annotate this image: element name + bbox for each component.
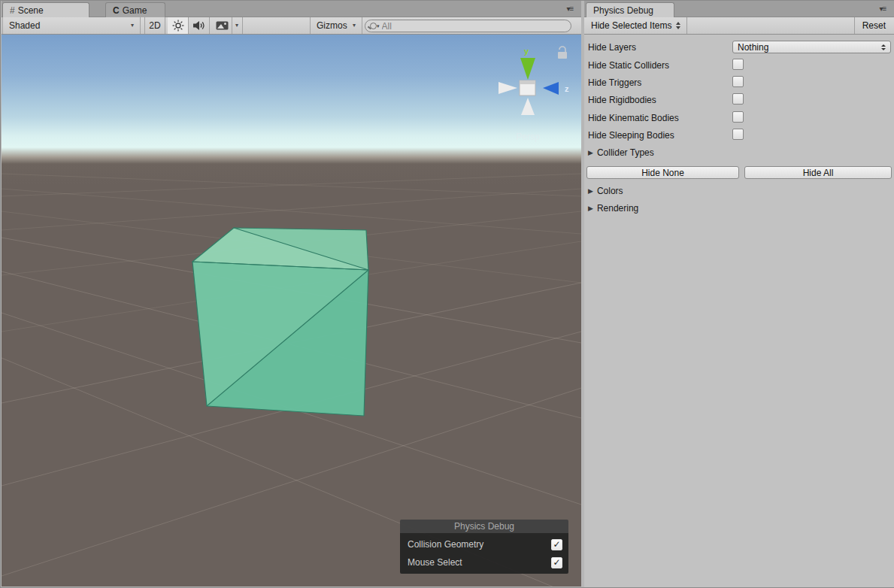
tab-scene[interactable]: # Scene [2,2,89,17]
speaker-icon [192,20,205,31]
rendering-label: Rendering [597,203,638,214]
lock-icon[interactable] [558,47,567,59]
collision-geometry-label: Collision Geometry [408,539,551,550]
gizmo-center-cube-top [520,80,535,84]
foldout-arrow-icon: ▶ [588,187,593,195]
scene-viewport[interactable]: y z Persp Physics Debug Coll [2,35,581,586]
hide-layers-value: Nothing [738,42,768,53]
axis-bottom-cone[interactable] [521,98,535,115]
search-input[interactable] [382,21,566,32]
hide-rigidbodies-label: Hide Rigidbodies [588,93,656,107]
axis-y-label: y [524,47,529,56]
hide-triggers-label: Hide Triggers [588,76,641,89]
hide-rigidbodies-checkbox[interactable] [732,93,744,105]
collider-types-label: Collider Types [597,147,654,158]
toggle-2d-button[interactable]: 2D [144,17,165,34]
overlay-title[interactable]: Physics Debug [400,520,568,533]
scene-panel: # Scene C Game ▾≡ Shaded ▾ 2D [2,1,581,587]
overlay-row-collision-geometry: Collision Geometry ✓ [400,535,568,553]
orientation-gizmo[interactable]: y z Persp [486,42,577,155]
search-field: ▾ [365,20,571,32]
hide-triggers-checkbox[interactable] [732,76,744,87]
search-filter-caret-icon: ▾ [377,23,380,29]
shading-mode-dropdown[interactable]: Shaded ▾ [2,17,141,34]
hide-layers-label: Hide Layers [588,41,636,54]
gizmos-label: Gizmos [317,20,347,31]
chevron-down-icon: ▾ [235,23,238,29]
overlay-row-mouse-select: Mouse Select ✓ [400,553,568,571]
image-icon [216,21,229,30]
sun-icon [172,20,184,32]
updown-arrows-icon [881,44,886,50]
toggle-2d-label: 2D [149,20,160,31]
projection-mode-label[interactable]: Persp [516,132,540,142]
updown-arrows-icon [676,22,680,29]
physics-toolbar: Hide Selected Items Reset [584,17,894,35]
hide-static-colliders-checkbox[interactable] [732,59,744,70]
physics-debug-panel: Physics Debug ▾≡ Hide Selected Items Res… [584,1,894,587]
axis-z-label: z [565,84,569,93]
tab-game[interactable]: C Game [105,2,165,17]
mouse-select-label: Mouse Select [408,557,551,568]
mouse-select-checkbox[interactable]: ✓ [551,557,562,568]
hide-static-colliders-label: Hide Static Colliders [588,59,669,72]
search-icon [370,23,377,29]
scene-tab-strip: # Scene C Game ▾≡ [2,1,581,17]
tab-physics-debug[interactable]: Physics Debug [586,2,674,17]
game-icon: C [113,5,120,16]
effects-toggle-button[interactable] [212,17,232,34]
hide-none-button[interactable]: Hide None [586,166,739,179]
physics-tab-strip: Physics Debug ▾≡ [584,1,894,17]
hide-kinematic-bodies-label: Hide Kinematic Bodies [588,111,679,125]
axis-y-cone[interactable] [520,58,535,80]
physics-debug-overlay: Physics Debug Collision Geometry ✓ Mouse… [400,520,568,574]
hide-selected-items-label: Hide Selected Items [591,20,671,31]
foldout-arrow-icon: ▶ [588,149,593,156]
colors-foldout[interactable]: ▶ Colors [588,184,623,198]
lighting-toggle-button[interactable] [168,17,189,34]
effects-dropdown-caret[interactable]: ▾ [232,17,243,34]
hide-sleeping-bodies-label: Hide Sleeping Bodies [588,129,674,142]
chevron-down-icon: ▾ [131,23,134,29]
reset-button[interactable]: Reset [854,17,893,34]
tab-game-label: Game [123,5,147,16]
overlay-body: Collision Geometry ✓ Mouse Select ✓ [400,533,568,574]
tab-scene-label: Scene [18,5,44,16]
cube-object[interactable] [192,228,368,416]
unity-editor-window: # Scene C Game ▾≡ Shaded ▾ 2D [0,0,894,588]
scene-toolbar: Shaded ▾ 2D [2,17,581,35]
axis-z-cone[interactable] [543,82,559,95]
shading-mode-label: Shaded [9,20,40,31]
collision-geometry-checkbox[interactable]: ✓ [551,539,562,550]
colors-label: Colors [597,186,623,196]
hide-sleeping-bodies-checkbox[interactable] [732,129,744,140]
hide-selected-items-popup[interactable]: Hide Selected Items [584,17,687,34]
physics-panel-menu-icon[interactable]: ▾≡ [875,4,890,14]
axis-x-cone[interactable] [499,82,517,94]
tab-physics-debug-label: Physics Debug [593,5,653,16]
scene-panel-menu-icon[interactable]: ▾≡ [562,4,577,14]
hide-kinematic-bodies-checkbox[interactable] [732,111,744,123]
hide-all-button[interactable]: Hide All [744,166,892,179]
collider-types-foldout[interactable]: ▶ Collider Types [588,146,654,159]
audio-toggle-button[interactable] [189,17,210,34]
chevron-down-icon: ▾ [353,23,356,29]
hide-layers-dropdown[interactable]: Nothing [732,41,891,53]
gizmos-dropdown[interactable]: Gizmos ▾ [310,17,362,34]
foldout-arrow-icon: ▶ [588,205,593,212]
rendering-foldout[interactable]: ▶ Rendering [588,202,638,215]
grid-icon: # [10,5,15,16]
